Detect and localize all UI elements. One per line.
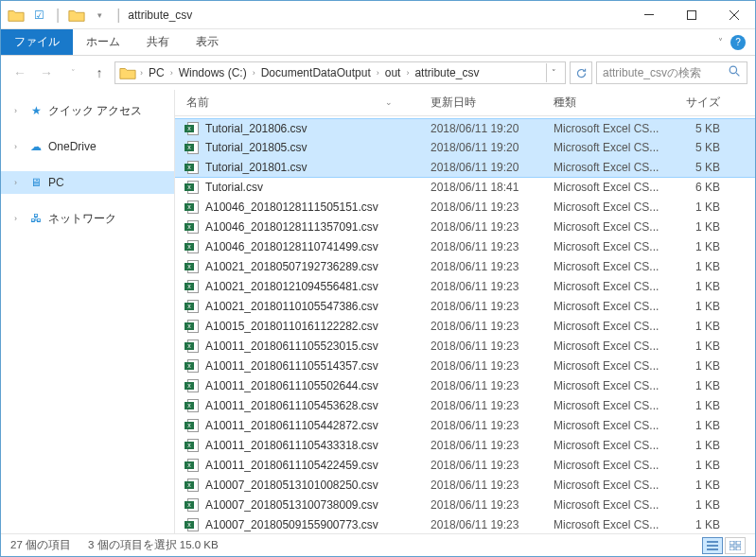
file-type: Microsoft Excel CS... — [554, 498, 667, 512]
file-type: Microsoft Excel CS... — [554, 320, 667, 333]
qat-overflow-icon[interactable]: ▾ — [90, 6, 109, 25]
file-name: Tutorial_201806.csv — [202, 122, 431, 135]
col-header-size[interactable]: サイズ — [667, 95, 730, 111]
breadcrumb-dropdown-icon[interactable]: ˅ — [546, 63, 561, 82]
file-row[interactable]: xA10007_20180513101008250.csv2018/06/11 … — [175, 476, 755, 496]
breadcrumb[interactable]: › PC› Windows (C:)› DocumentDataOutput› … — [114, 61, 566, 84]
file-row[interactable]: xA10046_20180128110741499.csv2018/06/11 … — [175, 237, 755, 257]
svg-point-4 — [730, 66, 736, 73]
file-row[interactable]: xA10007_20180513100738009.csv2018/06/11 … — [175, 496, 755, 515]
nav-recent-dropdown[interactable]: ˅ — [62, 61, 84, 84]
file-row[interactable]: xA10011_20180611105514357.csv2018/06/11 … — [175, 357, 755, 376]
file-size: 6 KB — [667, 181, 730, 194]
file-row[interactable]: xTutorial_201805.csv2018/06/11 19:20Micr… — [175, 138, 755, 158]
svg-rect-9 — [730, 541, 734, 545]
excel-csv-icon: x — [183, 398, 202, 413]
file-row[interactable]: xTutorial.csv2018/06/11 18:41Microsoft E… — [175, 178, 755, 198]
file-row[interactable]: xA10011_20180611105453628.csv2018/06/11 … — [175, 396, 755, 416]
file-name: A10007_20180513101008250.csv — [202, 479, 431, 492]
minimize-button[interactable] — [627, 1, 670, 29]
maximize-button[interactable] — [670, 1, 712, 29]
file-size: 1 KB — [667, 479, 730, 492]
file-size: 1 KB — [667, 359, 730, 373]
file-date: 2018/06/11 19:23 — [431, 200, 554, 214]
file-size: 1 KB — [667, 220, 730, 234]
breadcrumb-seg[interactable]: DocumentDataOutput — [255, 66, 377, 79]
file-date: 2018/06/11 19:23 — [431, 220, 554, 234]
tab-view[interactable]: 表示 — [183, 29, 232, 55]
excel-csv-icon: x — [183, 358, 202, 374]
file-size: 1 KB — [667, 439, 730, 452]
file-date: 2018/06/11 19:23 — [431, 399, 554, 412]
file-name: A10011_20180611105453628.csv — [202, 399, 431, 412]
sidebar-item-network[interactable]: › 🖧 ネットワーク — [1, 207, 174, 230]
excel-csv-icon: x — [183, 200, 202, 215]
view-large-icons-button[interactable] — [725, 537, 746, 554]
file-row[interactable]: xA10015_20180110161122282.csv2018/06/11 … — [175, 317, 755, 337]
file-type: Microsoft Excel CS... — [554, 240, 667, 253]
excel-csv-icon: x — [183, 438, 202, 453]
excel-csv-icon: x — [183, 121, 202, 136]
file-row[interactable]: xA10011_20180611105523015.csv2018/06/11 … — [175, 337, 755, 357]
chevron-right-icon[interactable]: › — [14, 178, 24, 187]
nav-back-button[interactable]: ← — [9, 61, 31, 84]
file-name: A10046_20180128111357091.csv — [202, 220, 431, 234]
excel-csv-icon: x — [183, 239, 202, 254]
view-details-button[interactable] — [702, 537, 723, 554]
file-row[interactable]: xA10021_20180507192736289.csv2018/06/11 … — [175, 257, 755, 277]
file-row[interactable]: xA10021_20180110105547386.csv2018/06/11 … — [175, 297, 755, 317]
breadcrumb-seg[interactable]: attribute_csv — [409, 66, 484, 79]
file-size: 1 KB — [667, 498, 730, 512]
file-name: A10021_20180507192736289.csv — [202, 260, 431, 273]
tab-home[interactable]: ホーム — [73, 29, 133, 55]
sidebar-item-quick-access[interactable]: › ★ クイック アクセス — [1, 99, 174, 122]
tab-share[interactable]: 共有 — [133, 29, 183, 55]
file-row[interactable]: xTutorial_201806.csv2018/06/11 19:20Micr… — [175, 118, 755, 138]
file-row[interactable]: xA10011_20180611105422459.csv2018/06/11 … — [175, 456, 755, 476]
file-row[interactable]: xA10011_20180611105502644.csv2018/06/11 … — [175, 376, 755, 396]
file-row[interactable]: xA10007_20180509155900773.csv2018/06/11 … — [175, 515, 755, 533]
breadcrumb-seg[interactable]: Windows (C:) — [173, 66, 253, 79]
col-header-type[interactable]: 種類 — [554, 95, 667, 111]
file-type: Microsoft Excel CS... — [554, 439, 667, 452]
file-row[interactable]: xA10046_20180128111357091.csv2018/06/11 … — [175, 218, 755, 237]
col-header-date[interactable]: 更新日時 — [431, 95, 554, 111]
file-type: Microsoft Excel CS... — [554, 300, 667, 313]
search-input[interactable]: attribute_csvの検索 — [596, 61, 747, 84]
chevron-right-icon[interactable]: › — [14, 142, 24, 151]
chevron-right-icon[interactable]: › — [14, 214, 24, 223]
excel-csv-icon: x — [183, 219, 202, 235]
refresh-button[interactable] — [570, 61, 592, 84]
file-size: 1 KB — [667, 320, 730, 333]
file-row[interactable]: xA10011_20180611105433318.csv2018/06/11 … — [175, 436, 755, 456]
nav-forward-button[interactable]: → — [35, 61, 58, 84]
col-header-name[interactable]: 名前 ⌄ — [183, 95, 431, 111]
sidebar-item-onedrive[interactable]: › ☁ OneDrive — [1, 135, 174, 158]
sidebar-item-pc[interactable]: › 🖥 PC — [1, 171, 174, 194]
nav-up-button[interactable]: ↑ — [88, 61, 111, 84]
qat-dropdown-icon[interactable] — [67, 6, 86, 25]
file-type: Microsoft Excel CS... — [554, 260, 667, 273]
sort-indicator-icon: ⌄ — [385, 97, 393, 107]
help-icon[interactable]: ? — [730, 35, 746, 50]
svg-rect-11 — [730, 547, 734, 550]
file-type: Microsoft Excel CS... — [554, 518, 667, 531]
file-row[interactable]: xA10021_20180121094556481.csv2018/06/11 … — [175, 277, 755, 297]
svg-rect-1 — [687, 10, 695, 19]
breadcrumb-seg[interactable]: PC — [143, 66, 170, 79]
ribbon-expand-icon[interactable]: ˅ — [718, 37, 723, 47]
file-row[interactable]: xA10011_20180611105442872.csv2018/06/11 … — [175, 416, 755, 436]
sidebar-item-label: OneDrive — [48, 140, 97, 153]
file-name: A10046_20180128110741499.csv — [202, 240, 431, 253]
excel-csv-icon: x — [183, 378, 202, 393]
file-row[interactable]: xTutorial_201801.csv2018/06/11 19:20Micr… — [175, 158, 755, 178]
file-date: 2018/06/11 19:23 — [431, 320, 554, 333]
tab-file[interactable]: ファイル — [1, 29, 73, 55]
properties-icon[interactable]: ☑ — [29, 6, 48, 25]
breadcrumb-seg[interactable]: out — [379, 66, 407, 79]
sidebar-item-label: クイック アクセス — [48, 103, 142, 119]
search-icon[interactable] — [729, 65, 741, 80]
file-row[interactable]: xA10046_20180128111505151.csv2018/06/11 … — [175, 198, 755, 218]
chevron-right-icon[interactable]: › — [14, 106, 24, 115]
close-button[interactable] — [712, 1, 755, 29]
